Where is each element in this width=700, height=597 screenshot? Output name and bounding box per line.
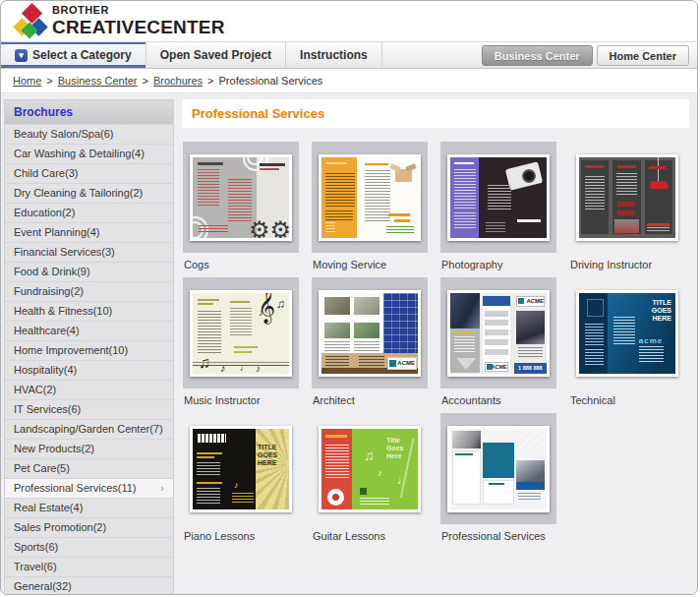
main-panel: Professional Services ⚙⚙: [182, 99, 689, 544]
text-lines: [386, 226, 414, 234]
template-card-technical[interactable]: TITLE GOES HERE acme Technical: [569, 277, 685, 408]
sidebar-item-label: General(32): [14, 580, 72, 592]
breadcrumb-home-link[interactable]: Home: [13, 75, 41, 87]
sidebar-item-food-drink[interactable]: Food & Drink(9): [5, 262, 173, 281]
car-icon: [650, 181, 670, 189]
heading-bar: [197, 456, 214, 458]
text-lines: [228, 179, 252, 222]
tab-open-saved-project[interactable]: Open Saved Project: [146, 42, 286, 68]
template-card-architect[interactable]: ACME Architect: [312, 277, 428, 408]
brochure-preview: [447, 426, 550, 512]
sidebar-item-it-services[interactable]: IT Services(6): [5, 399, 173, 419]
sidebar-item-professional-services[interactable]: Professional Services(11) ›: [5, 478, 173, 498]
sidebar-item-landscaping-garden-center[interactable]: Landscaping/Garden Center(7): [5, 419, 173, 439]
sidebar-item-health-fitness[interactable]: Health & Fitness(10): [5, 301, 173, 321]
sidebar-item-label: New Products(2): [14, 443, 94, 454]
sidebar-item-child-care[interactable]: Child Care(3): [5, 163, 173, 183]
template-card-cogs[interactable]: ⚙⚙ Cogs: [183, 142, 299, 272]
sidebar-item-label: Food & Drink(9): [14, 266, 90, 277]
template-label: Moving Service: [312, 253, 428, 272]
sidebar-item-education[interactable]: Education(2): [5, 203, 173, 222]
chevron-right-icon: ›: [160, 482, 164, 494]
caption-bar: [489, 483, 504, 485]
music-note-icon: ♫: [364, 448, 375, 463]
photo-block: [354, 297, 379, 315]
brochure-art: [450, 429, 547, 509]
template-card-accountants[interactable]: ACME ACME 1 888 888 8888 Accountants: [440, 277, 556, 408]
brother-logo-icon: [14, 4, 47, 39]
sidebar-item-general[interactable]: General(32): [5, 576, 173, 595]
sidebar-item-home-improvement[interactable]: Home Improvement(10): [5, 340, 173, 360]
text-lines: [230, 308, 252, 337]
brochure-preview: 𝄞 ♫ ♪ ♫ ♪ ♩ ♪: [190, 290, 292, 377]
list-bar: [485, 349, 508, 355]
template-thumbnail: [312, 142, 428, 253]
sidebar-item-financial-services[interactable]: Financial Services(3): [5, 242, 173, 262]
sidebar-item-label: Real Estate(4): [14, 502, 83, 513]
heading-bar: [234, 346, 258, 348]
text-lines: [324, 341, 350, 353]
heading-bar: [454, 162, 474, 164]
heading-bar: [234, 351, 252, 353]
list-bar: [485, 320, 508, 326]
brochure-preview: TITLE GOES HERE ♪: [190, 426, 292, 512]
template-card-music-instructor[interactable]: 𝄞 ♫ ♪ ♫ ♪ ♩ ♪ Music I: [183, 277, 299, 408]
monitor-outline: [587, 299, 605, 317]
template-card-driving-instructor[interactable]: Driving Instructor: [569, 142, 685, 272]
text-lines: [325, 445, 349, 480]
sidebar-item-label: Pet Care(5): [14, 462, 70, 474]
sidebar-item-dry-cleaning-tailoring[interactable]: Dry Cleaning & Tailoring(2): [5, 183, 173, 203]
text-lines: [232, 493, 254, 505]
sidebar-item-beauty-salon-spa[interactable]: Beauty Salon/Spa(6): [5, 124, 173, 144]
sidebar-item-real-estate[interactable]: Real Estate(4): [5, 498, 173, 517]
sidebar-item-label: Fundraising(2): [14, 285, 84, 297]
sidebar-item-healthcare[interactable]: Healthcare(4): [5, 321, 173, 340]
brochure-art: ACME ACME 1 888 888 8888: [450, 293, 547, 374]
template-label: Piano Lessons: [183, 524, 299, 544]
tab-select-a-category[interactable]: ▾ Select a Category: [1, 42, 146, 68]
sidebar-item-new-products[interactable]: New Products(2): [5, 439, 173, 458]
acme-logo: ACME: [485, 362, 508, 372]
brochure-art: [579, 157, 675, 238]
brochure-preview: [447, 154, 550, 241]
sidebar-item-sports[interactable]: Sports(6): [5, 537, 173, 557]
heading-bar: [365, 163, 388, 165]
business-center-button[interactable]: Business Center: [482, 45, 593, 66]
list-bar: [485, 311, 508, 317]
text-lines: [197, 462, 220, 476]
template-card-professional-services[interactable]: Professional Services: [440, 413, 556, 544]
sidebar-item-travel[interactable]: Travel(6): [5, 557, 173, 576]
sidebar-item-sales-promotion[interactable]: Sales Promotion(2): [5, 517, 173, 537]
breadcrumb-business-center-link[interactable]: Business Center: [58, 75, 138, 87]
sidebar-item-fundraising[interactable]: Fundraising(2): [5, 281, 173, 301]
template-label: Technical: [569, 388, 685, 408]
sidebar-item-pet-care[interactable]: Pet Care(5): [5, 458, 173, 478]
sidebar-item-hvac[interactable]: HVAC(2): [5, 380, 173, 399]
sidebar-item-event-planning[interactable]: Event Planning(4): [5, 222, 173, 242]
template-card-photography[interactable]: Photography: [440, 142, 556, 272]
sidebar-item-label: Education(2): [14, 207, 75, 218]
template-label: Guitar Lessons: [312, 524, 428, 544]
sidebar-item-label: Healthcare(4): [14, 325, 80, 336]
heading-bar: [260, 168, 279, 170]
sidebar-item-hospitality[interactable]: Hospitality(4): [5, 360, 173, 380]
template-card-piano-lessons[interactable]: TITLE GOES HERE ♪ Piano Lessons: [183, 413, 299, 544]
desk-photo: [452, 431, 481, 448]
template-grid: ⚙⚙ Cogs: [183, 142, 689, 544]
sidebar-item-car-washing-detailing[interactable]: Car Washing & Detailing(4): [5, 144, 173, 163]
breadcrumb-brochures-link[interactable]: Brochures: [153, 75, 203, 87]
brochure-art: Title Goes Here ♫ ♪ ♩: [321, 429, 418, 509]
brochure-art: ⚙⚙: [193, 157, 289, 238]
template-card-moving-service[interactable]: Moving Service: [312, 142, 428, 272]
acme-logo-square: [389, 360, 396, 367]
breadcrumb-current: Professional Services: [219, 75, 323, 87]
tab-instructions[interactable]: Instructions: [286, 42, 382, 68]
phone-bar: 1 888 888 8888: [514, 363, 547, 374]
home-center-button[interactable]: Home Center: [597, 45, 689, 66]
template-thumbnail: ACME ACME 1 888 888 8888: [440, 277, 556, 388]
page-title: Professional Services: [182, 99, 689, 128]
gear-icon: ⚙⚙: [249, 216, 289, 238]
template-card-guitar-lessons[interactable]: Title Goes Here ♫ ♪ ♩ Guitar Lessons: [312, 413, 428, 544]
heading-bar: [649, 166, 667, 169]
text-lines: [325, 356, 349, 366]
